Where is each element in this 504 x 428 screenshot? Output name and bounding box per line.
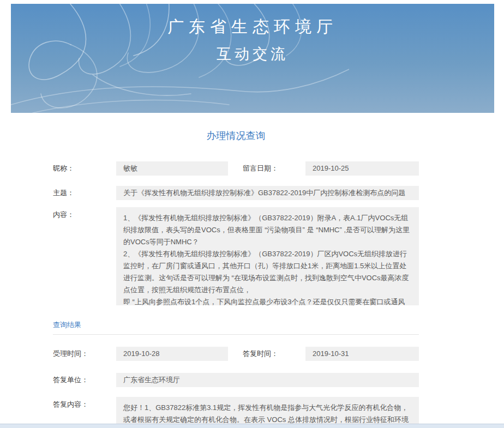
reply-time-label: 答复时间：	[243, 347, 278, 361]
section-divider	[53, 334, 419, 335]
reply-content-label: 答复内容：	[53, 397, 88, 412]
nickname-label: 昵称：	[53, 161, 74, 176]
reply-time-field[interactable]: 2019-10-31	[305, 347, 419, 361]
content-label: 内容：	[53, 208, 74, 222]
results-section-heading: 查询结果	[53, 320, 81, 330]
accept-time-label: 受理时间：	[53, 347, 88, 361]
section-title: 互动交流	[11, 45, 494, 63]
banner-titles: 广东省生态环境厅 互动交流	[11, 17, 494, 63]
page-title: 办理情况查询	[53, 129, 419, 142]
reply-unit-field[interactable]: 广东省生态环境厅	[116, 373, 419, 387]
reply-unit-label: 答复单位：	[53, 373, 88, 387]
horizontal-scrollbar[interactable]	[0, 424, 504, 428]
subject-field[interactable]: 关于《挥发性有机物无组织排放控制标准》GB37822-2019中厂内控制标准检测…	[116, 186, 419, 200]
site-title: 广东省生态环境厅	[11, 17, 494, 37]
header-banner: 广东省生态环境厅 互动交流	[11, 4, 494, 113]
accept-time-field[interactable]: 2019-10-28	[116, 347, 228, 361]
message-date-field[interactable]: 2019-10-25	[305, 161, 419, 176]
subject-label: 主题：	[53, 186, 74, 200]
content-field[interactable]: 1、《挥发性有机物无组织排放控制标准》（GB37822-2019）附录A，表A.…	[116, 207, 419, 305]
nickname-field[interactable]: 敏敏	[116, 161, 228, 176]
message-date-label: 留言日期：	[243, 161, 278, 176]
